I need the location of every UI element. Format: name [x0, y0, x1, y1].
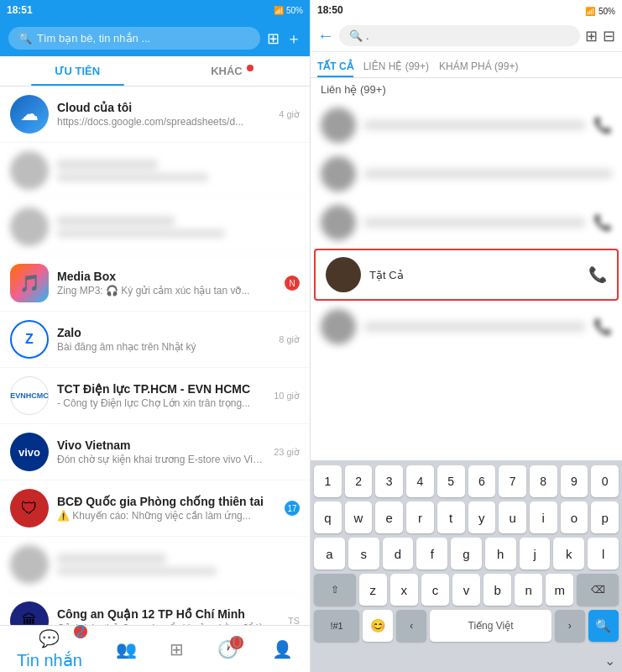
avatar-ca: 🏛	[10, 601, 49, 625]
chat-item-ca[interactable]: 🏛 Công an Quận 12 TP Hồ Chí Minh Cảnh bá…	[0, 593, 310, 625]
chat-info-zalo: Zalo Bài đăng âm nhạc trên Nhật ký	[57, 326, 270, 353]
right-header-icons: ⊞ ⊟	[585, 27, 615, 45]
contact-call-4[interactable]: 📞	[588, 265, 607, 284]
key-r[interactable]: r	[406, 501, 434, 533]
key-d[interactable]: d	[383, 538, 414, 570]
key-v[interactable]: v	[452, 574, 480, 606]
nav-profile[interactable]: 👤	[272, 639, 293, 659]
qr-icon[interactable]: ⊞	[267, 29, 280, 48]
key-l[interactable]: l	[588, 538, 619, 570]
chat-preview-zalo: Bài đăng âm nhạc trên Nhật ký	[57, 341, 270, 353]
contact-call-5[interactable]: 📞	[593, 318, 612, 336]
key-shift[interactable]: ⇧	[314, 574, 356, 606]
nav-contacts[interactable]: 👥	[116, 639, 137, 659]
key-8[interactable]: 8	[530, 465, 557, 497]
search-value: .	[366, 29, 369, 42]
key-0[interactable]: 0	[591, 465, 619, 497]
chat-item-cloud[interactable]: ☁ Cloud của tôi https://docs.google.com/…	[0, 87, 310, 143]
tab-priority[interactable]: ƯU TIÊN	[0, 56, 155, 86]
contact-call-1[interactable]: 📞	[593, 116, 612, 134]
left-search-input[interactable]: 🔍 Tìm bạn bè, tin nhắn ...	[8, 27, 260, 50]
key-w[interactable]: w	[345, 501, 373, 533]
key-n[interactable]: n	[515, 574, 542, 606]
nav-messages[interactable]: 💬 Tin nhắn 2	[17, 628, 82, 670]
right-search-icon: 🔍	[349, 29, 363, 42]
key-e[interactable]: e	[375, 501, 403, 533]
key-y[interactable]: y	[468, 501, 496, 533]
key-m[interactable]: m	[546, 574, 573, 606]
right-qr-icon[interactable]: ⊞	[585, 27, 598, 45]
tab-other[interactable]: KHÁC	[155, 56, 311, 86]
contact-item-1[interactable]: 📞	[311, 101, 622, 150]
search-placeholder: Tìm bạn bè, tin nhắn ...	[37, 32, 150, 45]
contact-item-highlighted[interactable]: Tặt Cả 📞	[314, 249, 619, 301]
left-status-bar: 18:51 📶 50%	[0, 0, 310, 20]
key-1[interactable]: 1	[314, 465, 342, 497]
tab-explore[interactable]: KHÁM PHÁ (99+)	[439, 55, 518, 77]
key-a[interactable]: a	[314, 538, 345, 570]
key-s[interactable]: s	[348, 538, 379, 570]
right-search-input[interactable]: 🔍 .	[339, 25, 580, 46]
key-t[interactable]: t	[437, 501, 465, 533]
right-grid-icon[interactable]: ⊟	[603, 27, 615, 45]
key-u[interactable]: u	[499, 501, 526, 533]
key-k[interactable]: k	[553, 538, 584, 570]
chat-name-evn: TCT Điện lực TP.HCM - EVN HCMC	[57, 382, 265, 396]
key-4[interactable]: 4	[406, 465, 434, 497]
key-g[interactable]: g	[451, 538, 482, 570]
key-q[interactable]: q	[314, 501, 342, 533]
key-next-lang[interactable]: ›	[555, 610, 585, 642]
add-icon[interactable]: ＋	[286, 29, 301, 49]
back-button[interactable]: ←	[317, 26, 334, 45]
key-9[interactable]: 9	[561, 465, 588, 497]
chat-item-mediabox[interactable]: 🎵 Media Box Zing MP3: 🎧 Ký gửi cảm xúc h…	[0, 255, 310, 312]
chevron-down-icon[interactable]: ⌄	[604, 653, 615, 669]
contact-call-3[interactable]: 📞	[593, 213, 612, 232]
key-7[interactable]: 7	[499, 465, 526, 497]
contact-avatar-4	[326, 257, 361, 292]
contact-list: 📞 📞 Tặt Cả 📞 📞	[311, 101, 622, 460]
chat-info-evn: TCT Điện lực TP.HCM - EVN HCMC - Công ty…	[57, 382, 265, 409]
key-5[interactable]: 5	[437, 465, 465, 497]
nav-journal[interactable]: 🕐 0	[217, 639, 238, 659]
key-x[interactable]: x	[390, 574, 418, 606]
key-search[interactable]: 🔍	[588, 610, 619, 642]
key-f[interactable]: f	[416, 538, 447, 570]
chat-preview-mediabox: Zing MP3: 🎧 Ký gửi cảm xúc hậu tan vỡ...	[57, 285, 276, 297]
key-o[interactable]: o	[561, 501, 588, 533]
keyboard-row-qwerty: q w e r t y u i o p	[314, 501, 619, 533]
key-j[interactable]: j	[520, 538, 551, 570]
chat-item-evn[interactable]: EVNHCMC TCT Điện lực TP.HCM - EVN HCMC -…	[0, 368, 310, 424]
chat-item-vivo[interactable]: vivo Vivo Vietnam Đón chờ sự kiện khai t…	[0, 424, 310, 480]
key-p[interactable]: p	[591, 501, 619, 533]
chat-item-bcd[interactable]: 🛡 BCĐ Quốc gia Phòng chống thiên tai ⚠️ …	[0, 480, 310, 537]
profile-icon: 👤	[272, 639, 293, 659]
chat-item-blurred2	[0, 199, 310, 255]
tab-all[interactable]: TẤT CẢ	[317, 55, 353, 77]
chat-preview-vivo: Đón chờ sự kiện khai trương E-store vivo…	[57, 454, 265, 465]
messages-icon: 💬	[39, 628, 60, 648]
key-i[interactable]: i	[530, 501, 557, 533]
key-symbols[interactable]: !#1	[314, 610, 359, 642]
key-prev-lang[interactable]: ‹	[396, 610, 426, 642]
tab-contacts[interactable]: LIÊN HỆ (99+)	[363, 55, 429, 77]
key-delete[interactable]: ⌫	[577, 574, 619, 606]
contact-item-5[interactable]: 📞	[311, 302, 622, 351]
key-2[interactable]: 2	[345, 465, 373, 497]
avatar-zalo: Z	[10, 320, 49, 359]
key-space[interactable]: Tiếng Việt	[430, 610, 551, 642]
key-6[interactable]: 6	[468, 465, 496, 497]
discover-icon: ⊞	[170, 639, 184, 659]
nav-discover[interactable]: ⊞	[170, 639, 184, 659]
key-z[interactable]: z	[359, 574, 387, 606]
key-emoji[interactable]: 😊	[363, 610, 393, 642]
key-3[interactable]: 3	[375, 465, 403, 497]
right-panel: 18:50 📶 50% ← 🔍 . ⊞ ⊟ TẤT CẢ LIÊN HỆ (99…	[311, 0, 622, 672]
key-b[interactable]: b	[483, 574, 511, 606]
chat-preview-bcd: ⚠️ Khuyến cáo: Những việc cần làm ứng...	[57, 510, 276, 522]
contact-item-3[interactable]: 📞	[311, 198, 622, 247]
key-c[interactable]: c	[421, 574, 449, 606]
chat-item-zalo[interactable]: Z Zalo Bài đăng âm nhạc trên Nhật ký 8 g…	[0, 312, 310, 368]
contact-item-2[interactable]	[311, 150, 622, 198]
key-h[interactable]: h	[485, 538, 516, 570]
